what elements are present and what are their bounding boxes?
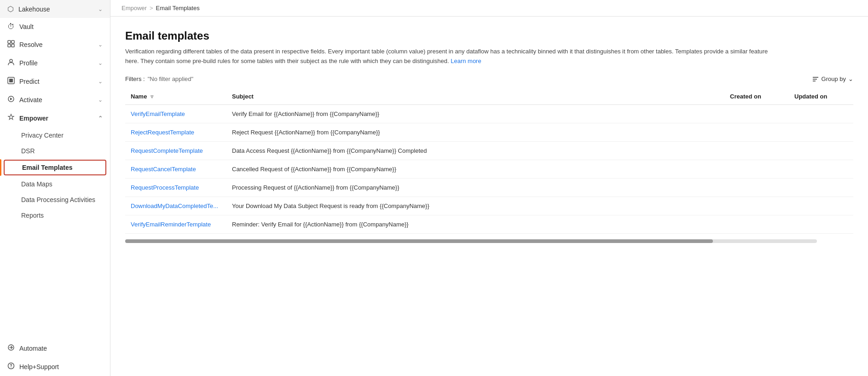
filter-value: "No filter applied" [148,75,194,82]
col-header-updated-on: Updated on [789,88,853,105]
svg-rect-6 [9,79,13,82]
sidebar-subitem-email-templates[interactable]: Email Templates [4,160,106,175]
template-link[interactable]: VerifyEmailReminderTemplate [131,221,211,228]
svg-point-10 [11,367,12,368]
sidebar-item-label: Profile [19,59,93,67]
cell-name: RejectRequestTemplate [125,123,226,141]
chevron-down-icon: ⌄ [98,41,103,48]
sidebar-item-label: Predict [19,78,93,85]
col-header-name: Name ▿ [125,88,226,105]
breadcrumb-parent[interactable]: Empower [122,5,147,12]
sidebar-item-resolve[interactable]: Resolve ⌄ [0,35,110,54]
filters-left: Filters : "No filter applied" [125,75,193,82]
cell-created-on [724,141,789,160]
group-by-chevron-icon: ⌄ [848,75,853,82]
cell-subject: Your Download My Data Subject Request is… [226,197,724,215]
breadcrumb-separator: > [150,5,153,12]
chevron-down-icon: ⌄ [98,78,103,85]
breadcrumb-current: Email Templates [156,5,200,12]
cell-name: RequestCompleteTemplate [125,141,226,160]
chevron-down-icon: ⌄ [98,6,103,12]
filter-label: Filters : [125,75,145,82]
sidebar-subitem-data-maps[interactable]: Data Maps [0,176,110,192]
automate-icon [7,344,15,353]
main-content: Empower > Email Templates Email template… [110,0,868,376]
scroll-thumb[interactable] [125,239,713,243]
cell-subject: Reject Request {{ActionName}} from {{Com… [226,123,724,141]
cell-name: RequestProcessTemplate [125,178,226,197]
horizontal-scrollbar[interactable] [125,239,817,243]
cell-subject: Verify Email for {{ActionName}} from {{C… [226,104,724,123]
chevron-up-icon: ⌃ [98,115,103,121]
table-row: RequestCompleteTemplate Data Access Requ… [125,141,853,160]
cell-subject: Data Access Request {{ActionName}} from … [226,141,724,160]
cell-created-on [724,160,789,178]
sidebar-item-label: Vault [19,23,103,30]
svg-rect-1 [12,40,14,43]
cell-subject: Processing Request of {{ActionName}} fro… [226,178,724,197]
cell-created-on [724,104,789,123]
content-area: Email templates Verification regarding d… [110,17,868,376]
cell-name: VerifyEmailReminderTemplate [125,215,226,233]
sidebar-item-vault[interactable]: ⏱ Vault [0,18,110,35]
sidebar-item-predict[interactable]: Predict ⌄ [0,72,110,91]
sidebar-item-empower[interactable]: Empower ⌃ [0,109,110,127]
page-description: Verification regarding different tables … [125,47,770,66]
email-templates-label: Email Templates [22,164,72,171]
cell-name: RequestCancelTemplate [125,160,226,178]
profile-icon [7,58,15,68]
sidebar: ⬡ Lakehouse ⌄ ⏱ Vault Resolve ⌄ Profile … [0,0,110,376]
svg-rect-0 [8,40,11,43]
sidebar-item-label: Lakehouse [18,6,93,13]
help-icon [7,362,15,371]
resolve-icon [7,40,15,49]
svg-point-4 [10,59,12,62]
table-row: RequestCancelTemplate Cancelled Request … [125,160,853,178]
privacy-center-label: Privacy Center [21,132,64,139]
template-link[interactable]: VerifyEmailTemplate [131,110,185,117]
sidebar-subitem-dsr[interactable]: DSR [0,143,110,159]
table-row: VerifyEmailReminderTemplate Reminder: Ve… [125,215,853,233]
col-header-subject: Subject [226,88,724,105]
sidebar-item-label: Empower [19,115,93,122]
template-link[interactable]: RequestProcessTemplate [131,184,199,191]
chevron-down-icon: ⌄ [98,97,103,103]
learn-more-link[interactable]: Learn more [451,58,481,64]
template-link[interactable]: DownloadMyDataCompletedTe... [131,202,218,209]
cell-updated-on [789,141,853,160]
activate-icon [7,95,15,104]
sidebar-item-automate[interactable]: Automate [0,339,110,358]
sidebar-subitem-email-templates-wrapper: Email Templates [0,159,110,176]
template-link[interactable]: RejectRequestTemplate [131,129,194,136]
lakehouse-icon: ⬡ [7,5,14,13]
sidebar-item-help[interactable]: Help+Support [0,358,110,376]
reports-label: Reports [21,212,44,219]
template-link[interactable]: RequestCompleteTemplate [131,147,203,154]
group-by-icon [812,75,819,83]
data-processing-label: Data Processing Activities [21,196,95,203]
dsr-label: DSR [21,147,35,155]
template-link[interactable]: RequestCancelTemplate [131,166,196,173]
sidebar-item-label: Resolve [19,41,93,48]
sidebar-item-profile[interactable]: Profile ⌄ [0,54,110,72]
sidebar-item-lakehouse[interactable]: ⬡ Lakehouse ⌄ [0,0,110,18]
email-templates-table: Name ▿ Subject Created on Updated on [125,88,853,234]
predict-icon [7,77,15,86]
sidebar-subitem-privacy-center[interactable]: Privacy Center [0,127,110,143]
cell-subject: Reminder: Verify Email for {{ActionName}… [226,215,724,233]
sidebar-item-activate[interactable]: Activate ⌄ [0,91,110,109]
sidebar-item-label: Automate [19,345,103,352]
cell-created-on [724,123,789,141]
cell-updated-on [789,215,853,233]
cell-created-on [724,178,789,197]
table-row: DownloadMyDataCompletedTe... Your Downlo… [125,197,853,215]
cell-updated-on [789,104,853,123]
group-by-button[interactable]: Group by ⌄ [812,75,853,83]
table-row: RequestProcessTemplate Processing Reques… [125,178,853,197]
sidebar-subitem-reports[interactable]: Reports [0,208,110,223]
breadcrumb: Empower > Email Templates [110,0,868,17]
empower-icon [7,114,15,123]
active-indicator [0,159,1,176]
filter-icon[interactable]: ▿ [150,93,153,100]
sidebar-subitem-data-processing[interactable]: Data Processing Activities [0,192,110,208]
